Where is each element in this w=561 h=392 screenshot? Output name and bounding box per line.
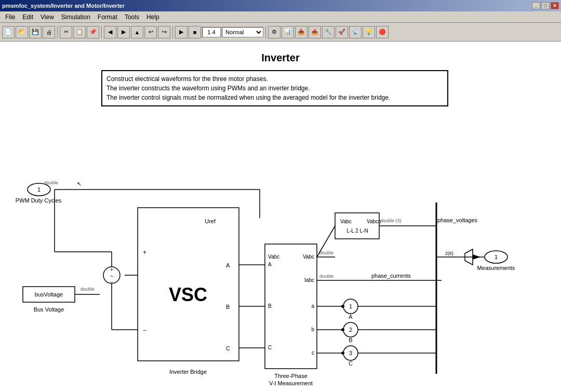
menu-view[interactable]: View: [37, 12, 57, 22]
print-button[interactable]: 🖨: [43, 26, 55, 38]
tb-icon3[interactable]: 📥: [295, 26, 308, 38]
inv-b-label: B: [226, 304, 230, 310]
double3-label: double (3): [380, 218, 402, 223]
mux-26-label: 2(6): [445, 251, 453, 256]
ll2ln-vabc-in: Vabc: [340, 219, 352, 224]
zoom-input[interactable]: 1.4: [202, 27, 221, 37]
diagram-svg: 1 double ↖ PWM Duty Cycles busVoltage do…: [0, 42, 561, 392]
inv-c-label: C: [226, 345, 230, 352]
pwm-double-label: double: [44, 180, 58, 185]
output-port-num: 1: [495, 254, 498, 260]
tb-icon1[interactable]: ⚙: [268, 26, 280, 38]
phase-b-letter: B: [349, 337, 352, 343]
redo-button[interactable]: ↪: [158, 26, 170, 38]
menu-bar: File Edit View Simulation Format Tools H…: [0, 11, 561, 23]
menu-format[interactable]: Format: [95, 12, 121, 22]
minimize-button[interactable]: _: [532, 2, 540, 9]
ll2ln-vabcn-out: Vabcn: [367, 219, 381, 224]
tb-icon7[interactable]: 📡: [349, 26, 362, 38]
undo-back-button[interactable]: ◀: [104, 26, 116, 38]
title-bar: pmsmfoc_system/Inverter and Motor/Invert…: [0, 0, 561, 11]
three-phase-block: [265, 244, 317, 369]
cursor-indicator: ↖: [77, 181, 82, 187]
close-button[interactable]: ✕: [551, 2, 559, 9]
three-phase-b-out: b: [311, 327, 314, 332]
phase-c-num: 3: [349, 350, 352, 356]
sep4: [265, 26, 266, 38]
paste-button[interactable]: 📌: [87, 26, 99, 38]
phase-b-num: 2: [349, 327, 352, 333]
inv-a-label: A: [226, 262, 230, 268]
tb-icon2[interactable]: 📊: [282, 26, 294, 38]
three-phase-label1: Three-Phase: [274, 373, 308, 379]
phase-voltages-label: phase_voltages: [437, 217, 478, 223]
three-phase-a-out: a: [311, 303, 314, 309]
uref-label: Uref: [205, 218, 216, 224]
three-phase-a-in: A: [268, 262, 272, 267]
inv-plus: +: [143, 249, 146, 256]
bus-voltage-text: Bus Voltage: [34, 306, 64, 313]
play-button[interactable]: ▶: [175, 26, 188, 38]
undo-fwd-button[interactable]: ▶: [117, 26, 130, 38]
three-phase-c-in: C: [268, 345, 272, 350]
canvas-area[interactable]: Inverter Construct electrical waveforms …: [0, 42, 561, 392]
maximize-button[interactable]: □: [541, 2, 550, 9]
three-phase-b-in: B: [268, 303, 272, 309]
cut-button[interactable]: ✂: [60, 26, 72, 38]
sep2: [101, 26, 102, 38]
open-button[interactable]: 📂: [16, 26, 28, 38]
copy-button[interactable]: 📋: [73, 26, 86, 38]
three-phase-double-label: double: [319, 250, 333, 255]
sep3: [172, 26, 173, 38]
vsc-text: VSC: [169, 284, 207, 305]
undo-button[interactable]: ↩: [144, 26, 157, 38]
new-button[interactable]: 📄: [2, 26, 15, 38]
three-phase-label2: V-I Measurement: [269, 380, 313, 386]
pwm-label: PWM Duty Cycles: [16, 197, 62, 204]
phase-currents-label: phase_currents: [371, 273, 411, 279]
three-phase-vabc-out: Vabc: [303, 254, 314, 260]
menu-edit[interactable]: Edit: [19, 12, 36, 22]
title-bar-buttons: _ □ ✕: [532, 2, 559, 9]
phase-a-letter: A: [349, 314, 353, 320]
menu-help[interactable]: Help: [143, 12, 163, 22]
dot-c: [341, 352, 344, 355]
measurements-label: Measurements: [477, 265, 515, 271]
three-phase-c-out: c: [312, 350, 314, 356]
toolbar: 📄 📂 💾 🖨 ✂ 📋 📌 ◀ ▶ ▲ ↩ ↪ ▶ ■ 1.4 Normal A…: [0, 23, 561, 42]
sum-minus: −: [110, 279, 113, 285]
sum-plus: +: [110, 267, 113, 273]
tb-icon5[interactable]: 🔧: [322, 26, 335, 38]
bus-double-label: double: [81, 287, 95, 292]
tb-icon6[interactable]: 🚀: [336, 26, 348, 38]
menu-tools[interactable]: Tools: [122, 12, 142, 22]
sim-mode-select[interactable]: Normal Accelerator Rapid Accelerator: [222, 27, 263, 37]
menu-simulation[interactable]: Simulation: [58, 12, 94, 22]
dot-a: [341, 305, 344, 308]
tb-icon8[interactable]: 💡: [363, 26, 375, 38]
menu-file[interactable]: File: [2, 12, 18, 22]
inv-minus: −: [143, 327, 146, 334]
stop-button[interactable]: ■: [189, 26, 201, 38]
phase-a-num: 1: [349, 303, 352, 309]
ll2ln-label: L-L 2 L-N: [346, 228, 368, 234]
tb-icon4[interactable]: 📤: [309, 26, 321, 38]
window-title: pmsmfoc_system/Inverter and Motor/Invert…: [2, 3, 125, 9]
three-phase-iabc-out: Iabc: [304, 277, 314, 283]
three-phase-double2-label: double: [319, 274, 333, 279]
bus-voltage-label: busVoltage: [35, 291, 63, 298]
inverter-bridge-label: Inverter Bridge: [169, 369, 207, 375]
phase-c-letter: C: [349, 360, 353, 367]
dot-b: [341, 328, 344, 331]
save-button[interactable]: 💾: [29, 26, 42, 38]
ll2ln-block: [335, 213, 379, 239]
sum-ac: ~: [110, 274, 113, 279]
pwm-port-label: 1: [37, 186, 41, 193]
step-up-button[interactable]: ▲: [131, 26, 143, 38]
tb-icon9[interactable]: 🔴: [376, 26, 389, 38]
sep1: [57, 26, 58, 38]
three-phase-vabc-in: Vabc: [268, 254, 279, 260]
